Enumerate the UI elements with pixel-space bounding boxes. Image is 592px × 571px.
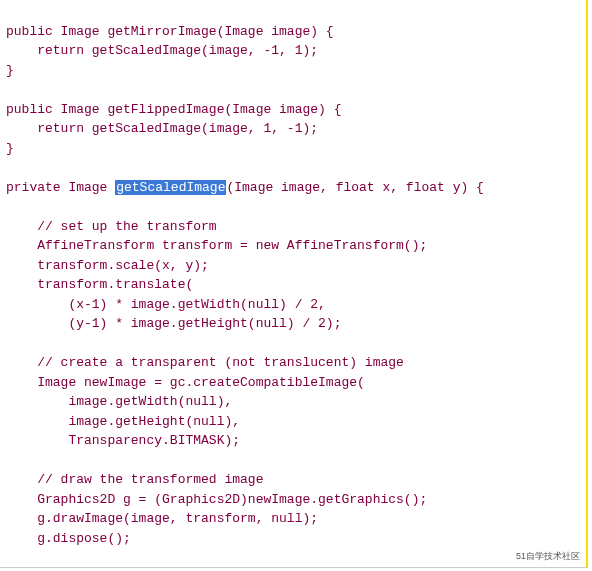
code-line: // create a transparent (not translucent… [6,355,404,370]
code-block: public Image getMirrorImage(Image image)… [0,0,588,568]
code-line: return getScaledImage(image, 1, -1); [6,121,318,136]
code-line: } [6,63,14,78]
code-line: g.drawImage(image, transform, null); [6,511,318,526]
code-line: (x-1) * image.getWidth(null) / 2, [6,297,326,312]
code-line: return getScaledImage(image, -1, 1); [6,43,318,58]
code-line: private Image getScaledImage(Image image… [6,180,484,195]
code-line: public Image getMirrorImage(Image image)… [6,24,334,39]
code-text: private Image [6,180,115,195]
code-line: image.getHeight(null), [6,414,240,429]
code-line: g.dispose(); [6,531,131,546]
code-text: (Image image, float x, float y) { [226,180,483,195]
code-line: image.getWidth(null), [6,394,232,409]
code-line: Transparency.BITMASK); [6,433,240,448]
code-line: public Image getFlippedImage(Image image… [6,102,341,117]
code-line: transform.translate( [6,277,193,292]
code-line: AffineTransform transform = new AffineTr… [6,238,427,253]
watermark-text: 51自学技术社区 [516,550,580,564]
code-line: // set up the transform [6,219,217,234]
code-line: Image newImage = gc.createCompatibleImag… [6,375,365,390]
code-line: } [6,141,14,156]
selected-text[interactable]: getScaledImage [115,180,226,195]
code-line: (y-1) * image.getHeight(null) / 2); [6,316,341,331]
code-line: // draw the transformed image [6,472,263,487]
code-line: transform.scale(x, y); [6,258,209,273]
code-line: Graphics2D g = (Graphics2D)newImage.getG… [6,492,427,507]
